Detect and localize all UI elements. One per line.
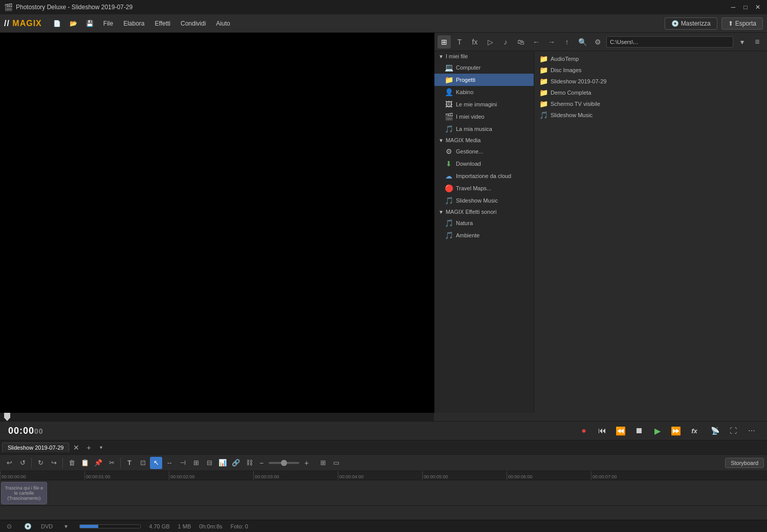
tree-section-effetti[interactable]: ▼ MAGIX Effetti sonori bbox=[434, 207, 534, 217]
menu-condividi[interactable]: Condividi bbox=[177, 18, 210, 29]
chart-button[interactable]: 📊 bbox=[216, 457, 229, 469]
menu-aiuto[interactable]: Aiuto bbox=[212, 18, 234, 29]
tree-item-ambiente[interactable]: 🎵 Ambiente bbox=[434, 229, 534, 241]
file-item-demo-completa[interactable]: 📁 Demo Completa bbox=[536, 87, 765, 98]
tree-item-kabino[interactable]: 👤 Kabino bbox=[434, 86, 534, 98]
tree-item-gestione[interactable]: ⚙ Gestione... bbox=[434, 145, 534, 158]
fullscreen-button[interactable]: ⛶ bbox=[726, 424, 740, 438]
save-file-button[interactable]: 💾 bbox=[83, 16, 97, 31]
tree-item-video[interactable]: 🎬 I miei video bbox=[434, 110, 534, 123]
split-button[interactable]: ⊣ bbox=[177, 457, 189, 469]
path-dropdown[interactable]: ▾ bbox=[735, 35, 749, 49]
disc-format-dropdown[interactable]: ▾ bbox=[61, 521, 71, 531]
paste-button[interactable]: 📌 bbox=[92, 457, 104, 469]
browser-shop-btn[interactable]: 🛍 bbox=[514, 35, 528, 49]
file-item-schermo-tv[interactable]: 📁 Schermo TV visibile bbox=[536, 98, 765, 109]
zoom-slider[interactable] bbox=[269, 462, 299, 464]
tree-item-music-label: La mia musica bbox=[456, 126, 492, 132]
rewind-button[interactable]: ⏪ bbox=[613, 424, 628, 438]
redo-button[interactable]: ↻ bbox=[34, 457, 47, 469]
tree-item-progetti[interactable]: 📁 Progetti bbox=[434, 74, 534, 86]
tree-item-travel-maps[interactable]: 🔴 Travel Maps... bbox=[434, 182, 534, 194]
delete-button[interactable]: 🗑 bbox=[65, 457, 78, 469]
tree-item-slideshow-music-label: Slideshow Music bbox=[456, 197, 498, 204]
add-tab-button[interactable]: + bbox=[83, 442, 94, 453]
browser-forward-btn[interactable]: → bbox=[545, 35, 558, 49]
timeline-tab-main[interactable]: Slideshow 2019-07-29 bbox=[2, 442, 69, 452]
menu-file[interactable]: File bbox=[99, 18, 117, 29]
browser-search-btn[interactable]: 🔍 bbox=[576, 35, 589, 49]
multicam-button[interactable]: ⊟ bbox=[203, 457, 215, 469]
menu-effetti[interactable]: Effetti bbox=[151, 18, 174, 29]
move-tool-button[interactable]: ↔ bbox=[163, 457, 176, 469]
pc-icon: 💻 bbox=[445, 63, 453, 72]
unlink-button[interactable]: ⛓ bbox=[243, 457, 255, 469]
browser-text-btn[interactable]: T bbox=[453, 35, 466, 49]
menu-elabora[interactable]: Elabora bbox=[119, 18, 148, 29]
text-tool-button[interactable]: T bbox=[123, 457, 136, 469]
natura-icon: 🎵 bbox=[445, 219, 453, 227]
minimize-button[interactable]: ─ bbox=[728, 2, 738, 12]
trim-button[interactable]: ✂ bbox=[105, 457, 118, 469]
stop-button[interactable]: ⏹ bbox=[632, 424, 646, 438]
widescreen-button[interactable]: ▭ bbox=[330, 457, 342, 469]
group-button[interactable]: ⊞ bbox=[190, 457, 202, 469]
scrubber-bar[interactable]: for(let i=0;i<80;i++) document.write('<d… bbox=[0, 413, 434, 421]
new-file-button[interactable]: 📄 bbox=[50, 16, 64, 31]
maximize-button[interactable]: □ bbox=[740, 2, 751, 12]
tree-item-slideshow-music[interactable]: 🎵 Slideshow Music bbox=[434, 194, 534, 207]
tree-item-cloud[interactable]: ☁ Importazione da cloud bbox=[434, 170, 534, 182]
tree-item-computer[interactable]: 💻 Computer bbox=[434, 61, 534, 74]
zoom-in-button[interactable]: + bbox=[301, 458, 312, 468]
zoom-controls: − + bbox=[256, 458, 312, 468]
browser-fx-btn[interactable]: fx bbox=[468, 35, 481, 49]
path-input[interactable] bbox=[606, 36, 733, 48]
burn-button[interactable]: 💿 Masterizza bbox=[665, 17, 717, 30]
storyboard-button[interactable]: Storyboard bbox=[725, 458, 764, 468]
timecode-display: 00:0000 bbox=[8, 426, 43, 436]
browser-up-btn[interactable]: ↑ bbox=[560, 35, 574, 49]
tree-item-natura[interactable]: 🎵 Natura bbox=[434, 217, 534, 229]
tree-item-download[interactable]: ⬇ Download bbox=[434, 158, 534, 170]
browser-back-btn[interactable]: ← bbox=[530, 35, 543, 49]
cast-button[interactable]: 📡 bbox=[708, 424, 722, 438]
tree-section-my-files[interactable]: ▼ I miei file bbox=[434, 51, 534, 61]
copy-button[interactable]: 📋 bbox=[79, 457, 91, 469]
browser-more-btn[interactable]: ≡ bbox=[751, 35, 764, 49]
folder-icon: 📁 bbox=[539, 55, 547, 63]
browser-grid-view[interactable]: ⊞ bbox=[437, 35, 451, 49]
crop-button[interactable]: ⊡ bbox=[137, 457, 149, 469]
zoom-out-button[interactable]: − bbox=[256, 458, 267, 468]
folder-icon: 📁 bbox=[539, 88, 547, 97]
fit-to-window-button[interactable]: ⊞ bbox=[317, 457, 329, 469]
file-item-disc-images[interactable]: 📁 Disc Images bbox=[536, 64, 765, 76]
export-button[interactable]: ⬆ Esporta bbox=[721, 17, 763, 30]
select-tool-button[interactable]: ↖ bbox=[150, 457, 162, 469]
tree-item-music[interactable]: 🎵 La mia musica bbox=[434, 123, 534, 135]
record-button[interactable]: ● bbox=[577, 424, 591, 438]
fx-button[interactable]: fx bbox=[687, 424, 702, 438]
file-item-slideshow-music[interactable]: 🎵 Slideshow Music bbox=[536, 109, 765, 121]
tree-item-download-label: Download bbox=[456, 161, 481, 167]
file-item-slideshow-2019[interactable]: 📁 Slideshow 2019-07-29 bbox=[536, 76, 765, 87]
tab-dropdown-button[interactable]: ▾ bbox=[96, 442, 106, 453]
file-item-audiotemp[interactable]: 📁 AudioTemp bbox=[536, 53, 765, 64]
track-clip-1[interactable]: Trascina qui i file e le cartelle (Trasc… bbox=[1, 482, 47, 504]
close-tab-button[interactable]: ✕ bbox=[71, 442, 81, 453]
close-button[interactable]: ✕ bbox=[753, 2, 763, 12]
open-file-button[interactable]: 📂 bbox=[67, 16, 81, 31]
tree-item-images[interactable]: 🖼 Le mie immagini bbox=[434, 98, 534, 110]
undo-group-button[interactable]: ↩ bbox=[3, 457, 15, 469]
link-button[interactable]: 🔗 bbox=[230, 457, 242, 469]
browser-play-btn[interactable]: ▷ bbox=[484, 35, 497, 49]
fast-forward-button[interactable]: ⏩ bbox=[669, 424, 683, 438]
browser-settings-btn[interactable]: ⚙ bbox=[591, 35, 604, 49]
tree-section-magix-media[interactable]: ▼ MAGIX Media bbox=[434, 135, 534, 145]
undo-button[interactable]: ↺ bbox=[16, 457, 29, 469]
browser-music-btn[interactable]: ♪ bbox=[499, 35, 512, 49]
more-options-button[interactable]: ⋯ bbox=[744, 424, 759, 438]
tree-arrow-magix-media: ▼ bbox=[439, 138, 444, 143]
redo-group-button[interactable]: ↪ bbox=[48, 457, 60, 469]
play-button[interactable]: ▶ bbox=[650, 424, 665, 438]
rewind-start-button[interactable]: ⏮ bbox=[595, 424, 609, 438]
